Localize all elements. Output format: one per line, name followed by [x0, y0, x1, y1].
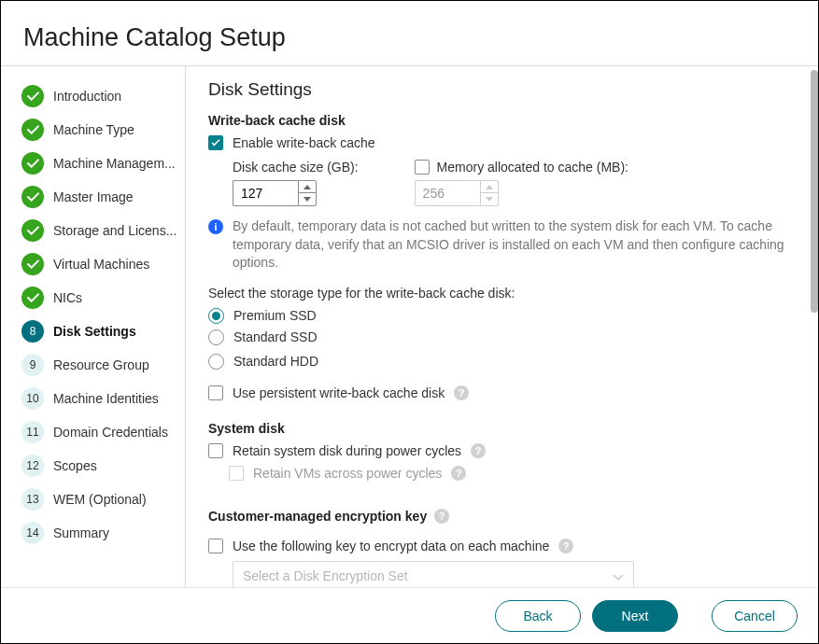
disk-cache-size-input[interactable]	[233, 180, 298, 206]
wizard-main: Disk Settings Write-back cache disk Enab…	[186, 66, 818, 589]
memory-allocated-up	[481, 181, 498, 193]
disk-cache-size-down[interactable]	[299, 193, 316, 205]
wizard-step-13[interactable]: 13WEM (Optional)	[21, 483, 177, 516]
wizard-footer: Back Next Cancel	[1, 587, 818, 643]
retain-vms-checkbox	[229, 466, 244, 481]
help-icon[interactable]: ?	[434, 509, 449, 524]
step-label: Summary	[53, 525, 109, 540]
help-icon[interactable]: ?	[451, 466, 466, 481]
retain-vms-label: Retain VMs across power cycles	[253, 466, 442, 481]
step-label: Disk Settings	[53, 324, 136, 339]
step-label: Machine Managem...	[53, 156, 176, 171]
cancel-button[interactable]: Cancel	[712, 600, 798, 632]
wizard-step-10[interactable]: 10Machine Identities	[21, 382, 177, 415]
section-cmek: Customer-managed encryption key ?	[208, 509, 449, 524]
step-label: Scopes	[53, 458, 97, 473]
retain-system-disk-checkbox[interactable]	[208, 443, 223, 458]
back-button[interactable]: Back	[495, 600, 581, 632]
page-heading: Disk Settings	[208, 79, 792, 100]
chevron-down-icon	[613, 568, 624, 583]
next-button[interactable]: Next	[592, 600, 678, 632]
wizard-step-9[interactable]: 9Resource Group	[21, 348, 177, 382]
persistent-cache-checkbox[interactable]	[208, 385, 223, 400]
wizard-step-11[interactable]: 11Domain Credentials	[21, 415, 177, 449]
memory-allocated-checkbox[interactable]	[415, 160, 430, 175]
use-encryption-key-label: Use the following key to encrypt data on…	[233, 539, 549, 553]
step-number-icon: 8	[21, 320, 44, 343]
step-label: Machine Type	[53, 122, 134, 137]
storage-premium-ssd-radio[interactable]	[208, 308, 224, 324]
check-icon	[21, 186, 44, 208]
memory-allocated-down	[481, 193, 498, 205]
retain-system-disk-label: Retain system disk during power cycles	[233, 443, 461, 458]
step-label: Introduction	[53, 89, 121, 104]
step-number-icon: 11	[21, 421, 44, 443]
storage-standard-ssd-radio[interactable]	[208, 329, 224, 345]
step-number-icon: 13	[21, 488, 44, 511]
check-icon	[21, 85, 44, 107]
enable-writeback-label: Enable write-back cache	[233, 135, 375, 150]
wizard-step-2[interactable]: Machine Type	[21, 113, 177, 147]
section-writeback-cache: Write-back cache disk	[208, 113, 792, 128]
persistent-cache-label: Use persistent write-back cache disk	[233, 385, 445, 400]
step-number-icon: 12	[21, 455, 44, 477]
step-label: Master Image	[53, 189, 134, 204]
use-encryption-key-checkbox[interactable]	[208, 539, 223, 553]
check-icon	[21, 152, 44, 175]
step-label: Machine Identities	[53, 391, 159, 406]
step-number-icon: 9	[21, 354, 44, 376]
storage-standard-hdd-label: Standard HDD	[233, 354, 318, 369]
wizard-step-3[interactable]: Machine Managem...	[21, 147, 177, 180]
wizard-body: IntroductionMachine TypeMachine Managem.…	[1, 66, 818, 589]
disk-encryption-set-dropdown: Select a Disk Encryption Set	[233, 561, 634, 589]
writeback-info-text: By default, temporary data is not cached…	[233, 217, 792, 273]
storage-standard-hdd-radio[interactable]	[208, 354, 224, 370]
step-label: NICs	[53, 290, 82, 305]
wizard-step-7[interactable]: NICs	[21, 281, 177, 315]
check-icon	[21, 287, 44, 309]
step-number-icon: 14	[21, 522, 44, 544]
enable-writeback-checkbox[interactable]	[208, 135, 223, 150]
step-label: Domain Credentials	[53, 425, 168, 440]
step-label: Resource Group	[53, 357, 149, 372]
check-icon	[21, 119, 44, 141]
storage-type-prompt: Select the storage type for the write-ba…	[208, 286, 792, 301]
wizard-step-1[interactable]: Introduction	[21, 79, 177, 113]
wizard-step-6[interactable]: Virtual Machines	[21, 247, 177, 281]
wizard-step-5[interactable]: Storage and Licens...	[21, 214, 177, 247]
disk-cache-size-label: Disk cache size (GB):	[233, 160, 359, 175]
help-icon[interactable]: ?	[558, 539, 573, 553]
wizard-step-14[interactable]: 14Summary	[21, 516, 177, 550]
info-icon: i	[208, 219, 223, 234]
help-icon[interactable]: ?	[471, 443, 486, 458]
wizard-title: Machine Catalog Setup	[23, 23, 796, 52]
storage-standard-ssd-label: Standard SSD	[233, 329, 318, 344]
step-number-icon: 10	[21, 387, 44, 410]
step-label: WEM (Optional)	[53, 492, 147, 507]
step-label: Storage and Licens...	[53, 223, 177, 238]
scrollbar[interactable]	[811, 70, 818, 313]
memory-allocated-input	[415, 180, 480, 206]
wizard-step-4[interactable]: Master Image	[21, 180, 177, 214]
storage-premium-ssd-label: Premium SSD	[233, 308, 317, 323]
check-icon	[21, 219, 44, 242]
wizard-sidebar: IntroductionMachine TypeMachine Managem.…	[1, 66, 186, 589]
wizard-header: Machine Catalog Setup	[1, 1, 818, 66]
help-icon[interactable]: ?	[454, 385, 469, 400]
disk-cache-size-up[interactable]	[299, 181, 316, 193]
wizard-step-8[interactable]: 8Disk Settings	[21, 315, 177, 348]
memory-allocated-label: Memory allocated to cache (MB):	[437, 160, 628, 175]
section-system-disk: System disk	[208, 421, 792, 436]
check-icon	[21, 253, 44, 275]
step-label: Virtual Machines	[53, 257, 149, 272]
wizard-step-12[interactable]: 12Scopes	[21, 449, 177, 483]
